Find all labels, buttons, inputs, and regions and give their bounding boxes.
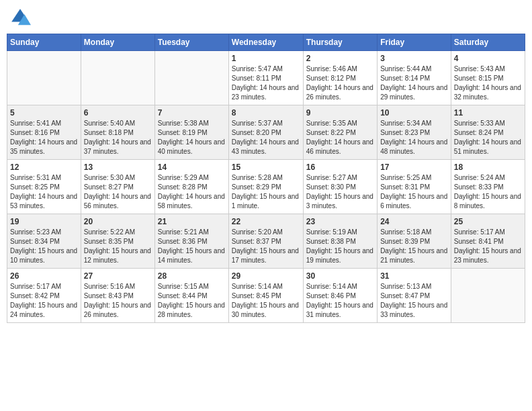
day-info: Sunrise: 5:37 AM Sunset: 8:20 PM Dayligh… [232, 119, 300, 156]
day-info: Sunrise: 5:23 AM Sunset: 8:34 PM Dayligh… [10, 228, 78, 265]
day-info: Sunrise: 5:40 AM Sunset: 8:18 PM Dayligh… [84, 119, 152, 156]
day-info: Sunrise: 5:44 AM Sunset: 8:14 PM Dayligh… [380, 64, 448, 102]
day-info: Sunrise: 5:20 AM Sunset: 8:37 PM Dayligh… [232, 228, 300, 265]
calendar-cell: 23Sunrise: 5:19 AM Sunset: 8:38 PM Dayli… [303, 214, 377, 269]
day-number: 28 [158, 271, 226, 281]
day-number: 4 [454, 54, 522, 63]
calendar-header-monday: Monday [81, 34, 154, 51]
day-number: 29 [232, 271, 300, 281]
day-number: 27 [84, 271, 152, 281]
calendar-cell: 9Sunrise: 5:35 AM Sunset: 8:22 PM Daylig… [303, 105, 377, 160]
calendar-header-saturday: Saturday [451, 34, 525, 51]
calendar-cell [451, 269, 525, 323]
day-number: 8 [232, 108, 300, 118]
day-number: 30 [306, 271, 374, 281]
day-info: Sunrise: 5:24 AM Sunset: 8:33 PM Dayligh… [454, 173, 522, 211]
calendar-header-thursday: Thursday [303, 34, 377, 51]
day-number: 6 [84, 108, 152, 118]
calendar-cell: 4Sunrise: 5:43 AM Sunset: 8:15 PM Daylig… [451, 51, 525, 105]
day-number: 25 [454, 217, 522, 226]
day-info: Sunrise: 5:35 AM Sunset: 8:22 PM Dayligh… [306, 119, 374, 156]
day-number: 23 [306, 217, 374, 226]
calendar-cell: 6Sunrise: 5:40 AM Sunset: 8:18 PM Daylig… [81, 105, 154, 160]
day-info: Sunrise: 5:38 AM Sunset: 8:19 PM Dayligh… [158, 119, 226, 156]
day-info: Sunrise: 5:17 AM Sunset: 8:41 PM Dayligh… [454, 228, 522, 265]
calendar-cell: 20Sunrise: 5:22 AM Sunset: 8:35 PM Dayli… [81, 214, 154, 269]
day-number: 14 [158, 163, 226, 172]
day-info: Sunrise: 5:16 AM Sunset: 8:43 PM Dayligh… [84, 282, 152, 320]
day-info: Sunrise: 5:14 AM Sunset: 8:46 PM Dayligh… [306, 282, 374, 320]
day-info: Sunrise: 5:27 AM Sunset: 8:30 PM Dayligh… [306, 173, 374, 211]
day-number: 24 [380, 217, 448, 226]
calendar-week-row: 12Sunrise: 5:31 AM Sunset: 8:25 PM Dayli… [7, 160, 525, 214]
day-info: Sunrise: 5:47 AM Sunset: 8:11 PM Dayligh… [232, 64, 300, 102]
calendar-cell: 14Sunrise: 5:29 AM Sunset: 8:28 PM Dayli… [154, 160, 228, 214]
day-info: Sunrise: 5:33 AM Sunset: 8:24 PM Dayligh… [454, 119, 522, 156]
day-number: 20 [84, 217, 152, 226]
day-info: Sunrise: 5:41 AM Sunset: 8:16 PM Dayligh… [10, 119, 78, 156]
day-info: Sunrise: 5:25 AM Sunset: 8:31 PM Dayligh… [380, 173, 448, 211]
day-info: Sunrise: 5:34 AM Sunset: 8:23 PM Dayligh… [380, 119, 448, 156]
calendar-cell: 5Sunrise: 5:41 AM Sunset: 8:16 PM Daylig… [7, 105, 81, 160]
calendar-cell: 1Sunrise: 5:47 AM Sunset: 8:11 PM Daylig… [228, 51, 303, 105]
page-header [7, 7, 525, 28]
calendar-cell: 28Sunrise: 5:15 AM Sunset: 8:44 PM Dayli… [154, 269, 228, 323]
day-info: Sunrise: 5:31 AM Sunset: 8:25 PM Dayligh… [10, 173, 78, 211]
day-number: 16 [306, 163, 374, 172]
logo-icon [9, 7, 31, 28]
day-info: Sunrise: 5:13 AM Sunset: 8:47 PM Dayligh… [380, 282, 448, 320]
day-number: 9 [306, 108, 374, 118]
calendar-cell: 30Sunrise: 5:14 AM Sunset: 8:46 PM Dayli… [303, 269, 377, 323]
day-number: 1 [232, 54, 300, 63]
calendar-cell: 17Sunrise: 5:25 AM Sunset: 8:31 PM Dayli… [378, 160, 451, 214]
calendar-week-row: 19Sunrise: 5:23 AM Sunset: 8:34 PM Dayli… [7, 214, 525, 269]
calendar-cell: 7Sunrise: 5:38 AM Sunset: 8:19 PM Daylig… [154, 105, 228, 160]
calendar-week-row: 1Sunrise: 5:47 AM Sunset: 8:11 PM Daylig… [7, 51, 525, 105]
calendar-header-tuesday: Tuesday [154, 34, 228, 51]
calendar-cell [154, 51, 228, 105]
day-number: 15 [232, 163, 300, 172]
calendar-week-row: 5Sunrise: 5:41 AM Sunset: 8:16 PM Daylig… [7, 105, 525, 160]
day-info: Sunrise: 5:30 AM Sunset: 8:27 PM Dayligh… [84, 173, 152, 211]
calendar-cell: 21Sunrise: 5:21 AM Sunset: 8:36 PM Dayli… [154, 214, 228, 269]
day-number: 31 [380, 271, 448, 281]
day-number: 3 [380, 54, 448, 63]
day-info: Sunrise: 5:29 AM Sunset: 8:28 PM Dayligh… [158, 173, 226, 211]
calendar-cell: 22Sunrise: 5:20 AM Sunset: 8:37 PM Dayli… [228, 214, 303, 269]
calendar-header-friday: Friday [378, 34, 451, 51]
calendar-cell: 13Sunrise: 5:30 AM Sunset: 8:27 PM Dayli… [81, 160, 154, 214]
day-number: 18 [454, 163, 522, 172]
calendar-cell: 31Sunrise: 5:13 AM Sunset: 8:47 PM Dayli… [378, 269, 451, 323]
calendar-cell: 27Sunrise: 5:16 AM Sunset: 8:43 PM Dayli… [81, 269, 154, 323]
calendar-cell: 29Sunrise: 5:14 AM Sunset: 8:45 PM Dayli… [228, 269, 303, 323]
calendar-cell: 24Sunrise: 5:18 AM Sunset: 8:39 PM Dayli… [378, 214, 451, 269]
day-info: Sunrise: 5:43 AM Sunset: 8:15 PM Dayligh… [454, 64, 522, 102]
day-info: Sunrise: 5:14 AM Sunset: 8:45 PM Dayligh… [232, 282, 300, 320]
day-info: Sunrise: 5:28 AM Sunset: 8:29 PM Dayligh… [232, 173, 300, 211]
day-info: Sunrise: 5:22 AM Sunset: 8:35 PM Dayligh… [84, 228, 152, 265]
day-info: Sunrise: 5:46 AM Sunset: 8:12 PM Dayligh… [306, 64, 374, 102]
day-number: 11 [454, 108, 522, 118]
calendar-cell: 10Sunrise: 5:34 AM Sunset: 8:23 PM Dayli… [378, 105, 451, 160]
day-number: 2 [306, 54, 374, 63]
day-number: 21 [158, 217, 226, 226]
calendar-header-row: SundayMondayTuesdayWednesdayThursdayFrid… [7, 34, 525, 51]
calendar-cell: 25Sunrise: 5:17 AM Sunset: 8:41 PM Dayli… [451, 214, 525, 269]
logo [9, 7, 34, 28]
calendar-cell: 16Sunrise: 5:27 AM Sunset: 8:30 PM Dayli… [303, 160, 377, 214]
day-number: 5 [10, 108, 78, 118]
calendar-cell: 12Sunrise: 5:31 AM Sunset: 8:25 PM Dayli… [7, 160, 81, 214]
calendar-cell: 8Sunrise: 5:37 AM Sunset: 8:20 PM Daylig… [228, 105, 303, 160]
calendar-cell: 15Sunrise: 5:28 AM Sunset: 8:29 PM Dayli… [228, 160, 303, 214]
calendar-cell: 26Sunrise: 5:17 AM Sunset: 8:42 PM Dayli… [7, 269, 81, 323]
day-number: 12 [10, 163, 78, 172]
day-number: 13 [84, 163, 152, 172]
day-number: 22 [232, 217, 300, 226]
calendar-cell [81, 51, 154, 105]
day-info: Sunrise: 5:15 AM Sunset: 8:44 PM Dayligh… [158, 282, 226, 320]
day-info: Sunrise: 5:19 AM Sunset: 8:38 PM Dayligh… [306, 228, 374, 265]
day-number: 7 [158, 108, 226, 118]
calendar-week-row: 26Sunrise: 5:17 AM Sunset: 8:42 PM Dayli… [7, 269, 525, 323]
calendar-cell [7, 51, 81, 105]
day-info: Sunrise: 5:18 AM Sunset: 8:39 PM Dayligh… [380, 228, 448, 265]
